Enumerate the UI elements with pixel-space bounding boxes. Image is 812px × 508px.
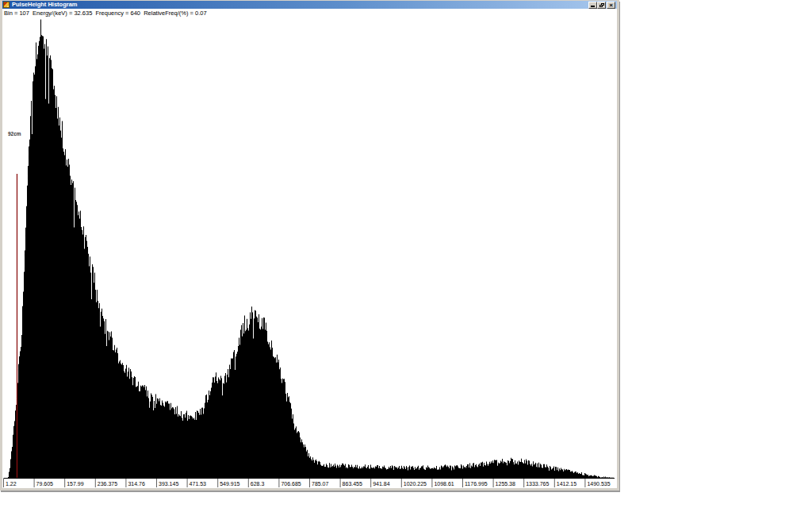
x-tick-label: 1098.61	[434, 481, 454, 487]
x-tick-label: 1333.765	[526, 481, 549, 487]
desktop-background: PulseHeight Histogram × 1.2279.605157.99…	[0, 0, 812, 508]
x-tick-label: 79.605	[36, 481, 54, 487]
x-tick-label: 1255.38	[496, 481, 515, 487]
histogram-series	[9, 19, 614, 478]
window-title: PulseHeight Histogram	[12, 1, 78, 9]
close-button[interactable]: ×	[607, 2, 615, 9]
status-readout: Bin = 107 Energy/(keV) = 32.635 Frequenc…	[4, 10, 207, 17]
app-window: PulseHeight Histogram × 1.2279.605157.99…	[0, 0, 619, 491]
x-tick-label: 1020.225	[404, 481, 427, 487]
x-tick-label: 549.915	[220, 481, 239, 487]
x-tick-label: 706.685	[281, 481, 301, 487]
x-tick-label: 628.3	[251, 481, 265, 487]
plot-client-area: 1.2279.605157.99236.375314.76393.145471.…	[2, 9, 617, 488]
app-icon[interactable]	[3, 2, 10, 8]
x-tick-label: 785.07	[312, 481, 329, 487]
histogram-plot[interactable]: 1.2279.605157.99236.375314.76393.145471.…	[2, 9, 617, 488]
x-tick-label: 1490.535	[587, 481, 610, 487]
x-tick-label: 471.53	[190, 481, 207, 487]
window-controls: ×	[588, 2, 615, 9]
x-tick-label: 393.145	[159, 481, 178, 487]
restore-button[interactable]	[597, 2, 606, 9]
x-tick-label: 1412.15	[557, 481, 576, 487]
x-tick-label: 314.76	[128, 481, 145, 487]
x-tick-label: 157.99	[67, 481, 84, 487]
minimize-icon	[591, 6, 595, 7]
x-tick-label: 1176.995	[465, 481, 488, 487]
x-tick-label: 1.22	[6, 481, 17, 487]
minimize-button[interactable]	[588, 2, 597, 9]
x-tick-label: 236.375	[98, 481, 117, 487]
x-tick-label: 941.84	[373, 481, 390, 487]
window-titlebar[interactable]: PulseHeight Histogram ×	[2, 1, 617, 9]
close-icon: ×	[607, 2, 615, 9]
x-tick-label: 863.455	[343, 481, 362, 487]
distance-annotation: 92cm	[8, 131, 21, 137]
